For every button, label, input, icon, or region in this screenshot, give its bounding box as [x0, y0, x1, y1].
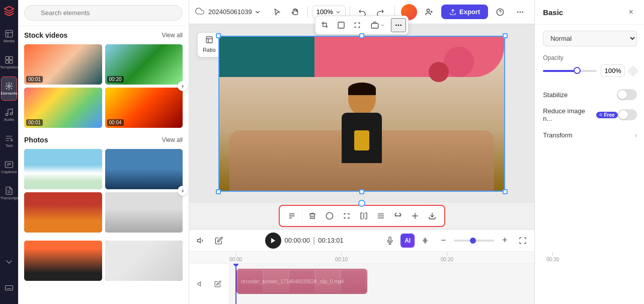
panel-content: Stock videos View all 00:01 00:20 00:01: [18, 26, 189, 304]
photos-view-all[interactable]: View all: [162, 136, 183, 143]
handle-bottom-left[interactable]: [216, 189, 221, 194]
track-controls: [189, 264, 229, 304]
sidebar-item-audio[interactable]: Audio: [1, 103, 17, 127]
photo-2[interactable]: [105, 149, 183, 189]
select-tool-btn[interactable]: [269, 4, 285, 20]
text-style-btn[interactable]: [284, 208, 300, 224]
video-duration-3: 00:01: [26, 119, 43, 126]
stabilize-toggle[interactable]: [617, 89, 637, 100]
help-btn[interactable]: [492, 4, 508, 20]
svg-point-5: [8, 85, 11, 88]
video-clip[interactable]: recorder_screen_1714646039524_clip_0.mp4: [236, 269, 367, 294]
export-btn[interactable]: Export: [441, 5, 488, 19]
delete-btn[interactable]: [304, 208, 320, 224]
align-btn[interactable]: [373, 208, 389, 224]
time-separator: |: [313, 236, 315, 245]
blend-mode-select[interactable]: Normal: [543, 31, 637, 46]
sidebar-keyboard-btn[interactable]: [1, 276, 17, 300]
mic-btn[interactable]: [382, 233, 397, 248]
photo-6[interactable]: [105, 241, 183, 281]
volume-btn[interactable]: [193, 233, 208, 248]
svg-point-26: [326, 212, 333, 219]
timeline-area: 00:00:00 | 00:13:01 AI − +: [189, 229, 534, 304]
svg-point-23: [396, 25, 396, 25]
handle-top-left[interactable]: [216, 33, 221, 38]
sidebar-item-elements[interactable]: Elements: [1, 77, 17, 101]
minus-zoom-btn[interactable]: −: [436, 233, 451, 248]
track-body: recorder_screen_1714646039524_clip_0.mp4: [229, 264, 534, 304]
sidebar-item-templates[interactable]: Templates: [1, 50, 17, 74]
resize-btn[interactable]: [339, 208, 355, 224]
download-btn[interactable]: [424, 208, 440, 224]
stock-videos-title: Stock videos: [24, 31, 67, 39]
photos-next-btn[interactable]: ›: [178, 186, 188, 196]
stock-video-1[interactable]: 00:01: [24, 44, 102, 85]
more-options-btn[interactable]: [366, 18, 390, 32]
project-name[interactable]: 202405061039: [208, 8, 261, 16]
photos-title: Photos: [24, 136, 48, 144]
canvas-area: Ratio: [189, 24, 534, 203]
svg-rect-4: [10, 60, 13, 63]
crop-btn[interactable]: [317, 18, 333, 32]
handle-bottom[interactable]: [359, 189, 364, 194]
cloud-icon: [195, 7, 204, 18]
reduce-noise-toggle[interactable]: [618, 109, 637, 120]
selection-dots-btn[interactable]: [391, 18, 406, 32]
stock-videos-next-btn[interactable]: ›: [178, 81, 188, 91]
transform-row[interactable]: Transform ›: [543, 129, 637, 141]
plus-zoom-btn[interactable]: +: [497, 233, 512, 248]
opacity-slider[interactable]: [543, 70, 597, 72]
stock-videos-view-all[interactable]: View all: [162, 32, 183, 39]
fit-btn[interactable]: [334, 18, 349, 32]
handle-top-right[interactable]: [503, 33, 508, 38]
track-edit-btn[interactable]: [211, 277, 225, 291]
sidebar-collapse-btn[interactable]: [1, 250, 17, 274]
svg-marker-32: [197, 238, 200, 243]
zoom-slider[interactable]: [454, 240, 494, 242]
photo-3[interactable]: [24, 192, 102, 233]
app-logo: [2, 4, 16, 18]
sidebar-item-text[interactable]: Text: [1, 129, 17, 153]
photo-5[interactable]: [24, 241, 102, 281]
main-area: 202405061039 100%: [189, 0, 534, 304]
video-duration-4: 00:04: [107, 119, 124, 126]
playhead[interactable]: [235, 264, 236, 304]
svg-point-11: [427, 9, 429, 12]
opacity-input[interactable]: [601, 64, 625, 77]
flip-btn[interactable]: [356, 208, 372, 224]
center-btn[interactable]: [418, 233, 433, 248]
stock-video-3[interactable]: 00:01: [24, 88, 102, 128]
crop-timeline-btn[interactable]: [407, 208, 423, 224]
photo-4[interactable]: [105, 192, 183, 233]
play-btn[interactable]: [265, 233, 281, 249]
svg-point-24: [398, 25, 398, 25]
expand-btn[interactable]: [515, 233, 530, 248]
hand-tool-btn[interactable]: [287, 4, 303, 20]
handle-top[interactable]: [359, 33, 364, 38]
sidebar-item-media[interactable]: Media: [1, 24, 17, 48]
reduce-noise-row: Reduce image n... Free: [543, 107, 637, 122]
sidebar-item-transcript[interactable]: Transcript: [1, 181, 17, 205]
add-user-btn[interactable]: [421, 4, 437, 20]
more-btn[interactable]: [512, 4, 528, 20]
photos-grid: [24, 149, 183, 233]
handle-bottom-right[interactable]: [503, 189, 508, 194]
timeline-track-area: recorder_screen_1714646039524_clip_0.mp4: [189, 264, 534, 304]
search-input[interactable]: [24, 5, 183, 21]
svg-rect-21: [338, 22, 344, 28]
split-btn[interactable]: [390, 208, 406, 224]
stock-video-4[interactable]: 00:04: [105, 88, 183, 128]
transform-btn[interactable]: [350, 18, 365, 32]
left-sidebar: Media Templates Elements Audio Text Capt…: [0, 0, 18, 304]
search-bar: [18, 0, 189, 26]
opacity-keyframe-btn[interactable]: [627, 65, 639, 77]
duplicate-btn[interactable]: [321, 208, 338, 224]
edit-btn[interactable]: [211, 233, 226, 248]
track-volume-btn[interactable]: [194, 277, 208, 291]
ai-btn[interactable]: AI: [400, 234, 415, 248]
sidebar-item-captions[interactable]: Captions: [1, 155, 17, 179]
rotate-handle[interactable]: [358, 200, 365, 207]
photo-1[interactable]: [24, 149, 102, 189]
props-close-btn[interactable]: ×: [625, 6, 637, 18]
stock-video-2[interactable]: 00:20: [105, 44, 183, 85]
